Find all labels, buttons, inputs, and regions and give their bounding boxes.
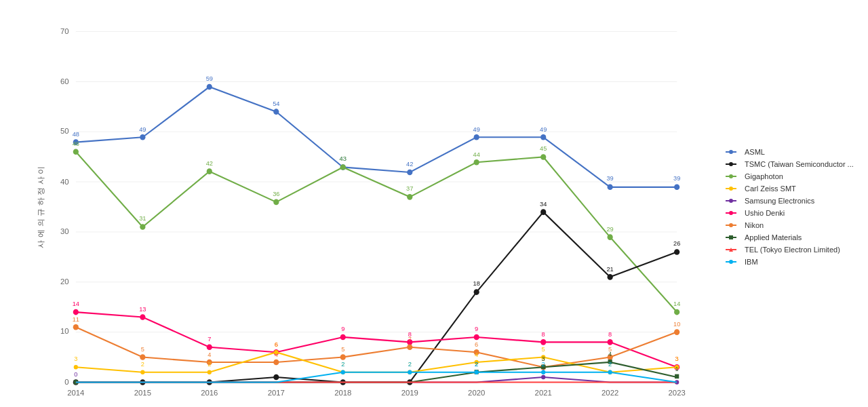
svg-text:2014: 2014: [67, 389, 85, 397]
svg-point-75: [540, 209, 546, 215]
svg-text:1: 1: [675, 365, 679, 372]
svg-point-158: [475, 370, 479, 374]
svg-text:3: 3: [675, 355, 679, 362]
svg-point-173: [729, 187, 733, 191]
svg-text:31: 31: [139, 214, 146, 222]
svg-point-36: [608, 185, 613, 191]
svg-text:8: 8: [542, 330, 545, 337]
svg-point-50: [207, 168, 212, 174]
svg-point-103: [140, 354, 145, 360]
svg-text:44: 44: [473, 150, 480, 157]
legend-label-gigaphoton: Gigaphoton: [745, 172, 783, 180]
svg-text:40: 40: [60, 177, 69, 185]
svg-text:39: 39: [606, 174, 613, 182]
chart-legend: ASML TSMC (Taiwan Semiconductor ... Giga…: [719, 17, 868, 397]
svg-text:34: 34: [540, 200, 547, 208]
svg-text:20: 20: [60, 277, 69, 286]
svg-text:54: 54: [273, 100, 279, 107]
svg-text:13: 13: [139, 305, 146, 313]
svg-text:2022: 2022: [601, 389, 618, 397]
svg-point-34: [474, 134, 479, 140]
svg-point-105: [273, 360, 279, 366]
svg-text:14: 14: [673, 300, 680, 307]
svg-point-29: [140, 134, 145, 140]
svg-point-185: [729, 260, 733, 264]
legend-item-samsung: Samsung Electronics: [726, 197, 868, 205]
svg-point-107: [407, 344, 412, 350]
svg-rect-181: [729, 235, 733, 239]
svg-text:26: 26: [673, 239, 680, 247]
svg-point-102: [73, 324, 79, 330]
svg-text:49: 49: [473, 125, 480, 133]
svg-text:37: 37: [406, 185, 413, 192]
svg-text:2: 2: [542, 360, 545, 368]
svg-point-160: [608, 370, 612, 374]
svg-text:50: 50: [60, 127, 69, 135]
svg-text:36: 36: [273, 190, 279, 197]
svg-text:46: 46: [73, 139, 79, 147]
svg-text:사 에 의 규 하 정 사 이: 사 에 의 규 하 정 사 이: [37, 166, 45, 248]
svg-text:42: 42: [406, 159, 413, 167]
svg-point-84: [207, 344, 212, 350]
svg-text:4: 4: [608, 349, 612, 357]
svg-text:2: 2: [141, 360, 144, 368]
svg-point-56: [608, 234, 613, 240]
legend-label-samsung: Samsung Electronics: [745, 197, 814, 205]
svg-text:10: 10: [60, 327, 69, 335]
legend-item-tsmc: TSMC (Taiwan Semiconductor ...: [726, 160, 868, 168]
svg-point-88: [474, 334, 479, 341]
svg-text:0: 0: [74, 370, 77, 378]
svg-text:2: 2: [408, 360, 412, 368]
svg-text:2023: 2023: [669, 389, 686, 397]
svg-text:42: 42: [206, 159, 213, 166]
svg-text:2020: 2020: [468, 389, 485, 397]
main-chart-svg: 70 60 50 40 30 20 10 0 2014 2015 2016 20…: [34, 17, 719, 397]
svg-point-30: [207, 84, 212, 90]
svg-point-31: [273, 109, 279, 115]
svg-point-37: [674, 185, 679, 191]
svg-point-156: [341, 370, 345, 374]
svg-text:10: 10: [673, 319, 680, 327]
svg-text:9: 9: [475, 325, 478, 332]
svg-point-55: [540, 154, 546, 160]
svg-point-111: [674, 329, 679, 335]
svg-text:0: 0: [64, 377, 68, 385]
svg-point-124: [208, 370, 212, 374]
svg-text:2017: 2017: [268, 389, 285, 397]
svg-text:3: 3: [74, 355, 77, 362]
svg-point-48: [73, 149, 79, 155]
svg-point-51: [273, 199, 279, 206]
svg-text:30: 30: [60, 227, 69, 235]
svg-text:8: 8: [608, 330, 612, 337]
svg-point-171: [729, 174, 733, 178]
svg-point-74: [474, 289, 479, 295]
svg-point-82: [73, 309, 79, 315]
svg-point-90: [608, 339, 613, 345]
svg-text:2: 2: [475, 360, 478, 368]
svg-text:48: 48: [73, 130, 79, 137]
svg-text:5: 5: [141, 345, 144, 353]
legend-item-zeiss: Carl Zeiss SMT: [726, 185, 868, 193]
legend-item-applied-materials: Applied Materials: [726, 233, 868, 241]
svg-text:5: 5: [341, 345, 344, 353]
legend-label-ibm: IBM: [745, 258, 758, 266]
svg-text:2: 2: [608, 360, 612, 368]
svg-point-175: [729, 199, 733, 203]
svg-point-122: [74, 365, 78, 369]
svg-point-52: [340, 164, 346, 170]
chart-area: 70 60 50 40 30 20 10 0 2014 2015 2016 20…: [34, 17, 719, 397]
svg-point-169: [729, 162, 733, 166]
legend-label-tel: TEL (Tokyo Electron Limited): [745, 246, 840, 254]
svg-text:2015: 2015: [134, 389, 151, 397]
svg-point-35: [540, 134, 546, 140]
svg-point-71: [273, 374, 279, 381]
svg-text:29: 29: [606, 225, 613, 232]
svg-point-76: [608, 274, 613, 280]
legend-label-applied-materials: Applied Materials: [745, 233, 802, 241]
legend-item-asml: ASML: [726, 148, 868, 156]
legend-label-ushio: Ushio Denki: [745, 209, 785, 217]
svg-text:5: 5: [542, 345, 545, 353]
svg-text:21: 21: [606, 265, 613, 273]
legend-item-tel: TEL (Tokyo Electron Limited): [726, 246, 868, 254]
svg-text:2018: 2018: [334, 389, 351, 397]
